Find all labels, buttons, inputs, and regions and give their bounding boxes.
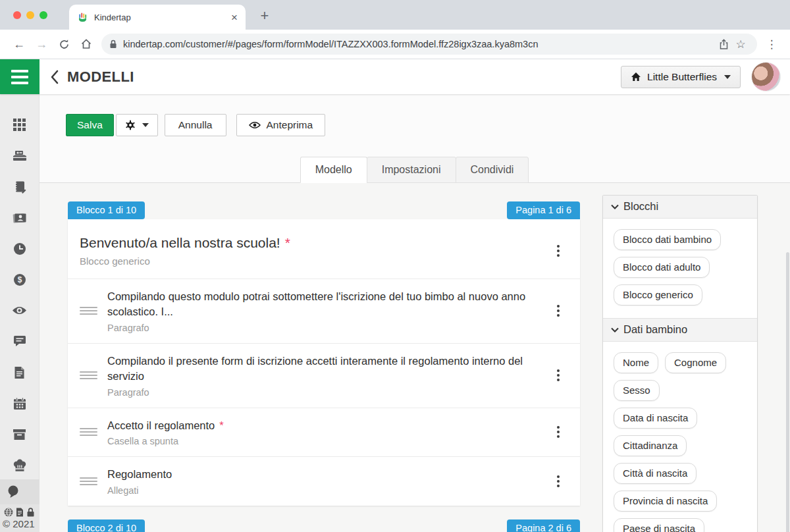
field-text: Compilando questo modulo potrai sottomet… <box>107 289 537 320</box>
tab-title: Kindertap <box>94 13 231 22</box>
field-row[interactable]: Compilando il presente form di iscrizion… <box>68 343 580 408</box>
close-window-button[interactable] <box>13 11 21 19</box>
chevron-down-icon <box>611 327 619 332</box>
browser-toolbar: ← → kindertap.com/customer/#/pages/form/… <box>0 30 790 59</box>
privacy-lock-icon[interactable] <box>26 508 35 517</box>
tab-modello[interactable]: Modello <box>300 157 367 183</box>
block-header[interactable]: Benvenuto/a nella nostra scuola!* Blocco… <box>68 219 580 279</box>
palette-chip[interactable]: Nome <box>614 352 658 373</box>
window-controls[interactable] <box>13 11 47 19</box>
terms-doc-icon[interactable] <box>16 508 24 517</box>
save-options-button[interactable] <box>116 114 158 136</box>
apps-grid-icon[interactable] <box>0 109 40 140</box>
chat-icon[interactable] <box>0 326 40 357</box>
palette-chip[interactable]: Città di nascita <box>614 463 697 484</box>
drag-handle-icon[interactable] <box>80 371 97 379</box>
photos-icon[interactable] <box>0 202 40 233</box>
blocchi-chips: Blocco dati bambino Blocco dati adulto B… <box>603 219 757 318</box>
globe-icon[interactable] <box>4 508 13 517</box>
field-row[interactable]: Regolamento Allegati <box>68 456 580 505</box>
visibility-eye-icon[interactable] <box>0 295 40 326</box>
new-tab-button[interactable]: + <box>255 7 274 25</box>
copyright-text: © 2021 <box>0 518 40 532</box>
app-header: MODELLI Little Butterflies <box>0 59 790 94</box>
required-asterisk: * <box>285 235 290 250</box>
palette-chip[interactable]: Paese di nascita <box>614 518 704 532</box>
form-tabs: Modello Impostazioni Condividi <box>40 156 790 183</box>
section-header-blocchi[interactable]: Blocchi <box>603 196 757 219</box>
share-icon[interactable] <box>715 36 732 53</box>
forward-icon[interactable]: → <box>32 34 51 54</box>
page-number-badge: Pagina 1 di 6 <box>507 201 580 219</box>
palette-chip[interactable]: Blocco dati adulto <box>614 257 710 278</box>
payments-dollar-icon[interactable]: $ <box>0 264 40 295</box>
minimize-window-button[interactable] <box>26 11 34 19</box>
field-menu-icon[interactable] <box>550 369 567 381</box>
support-chat-widget[interactable] <box>0 479 40 504</box>
palette-chip[interactable]: Cognome <box>665 352 726 373</box>
field-menu-icon[interactable] <box>550 475 567 487</box>
field-menu-icon[interactable] <box>550 426 567 438</box>
palette-chip[interactable]: Data di nascita <box>614 408 697 429</box>
browser-menu-icon[interactable]: ⋮ <box>762 38 781 51</box>
tab-close-icon[interactable]: × <box>231 12 238 23</box>
documents-icon[interactable] <box>0 357 40 388</box>
contacts-book-icon[interactable] <box>0 171 40 202</box>
tab-condividi[interactable]: Condividi <box>456 157 529 183</box>
field-row[interactable]: Compilando questo modulo potrai sottomet… <box>68 279 580 343</box>
section-header-dati-bambino[interactable]: Dati bambino <box>603 318 757 342</box>
page-title: MODELLI <box>67 68 134 86</box>
main-content: Salva <box>40 94 790 532</box>
palette-chip[interactable]: Provincia di nascita <box>614 491 717 512</box>
browser-tab-kindertap[interactable]: Kindertap × <box>69 5 246 30</box>
section-title: Dati bambino <box>623 323 687 336</box>
home-filled-icon <box>631 72 641 82</box>
back-icon[interactable]: ← <box>9 34 29 54</box>
drag-handle-icon[interactable] <box>80 477 97 485</box>
zoom-window-button[interactable] <box>40 11 47 19</box>
form-block-2: Blocco 2 di 10 Pagina 2 di 6 <box>68 519 580 532</box>
field-row[interactable]: Accetto il regolamento* Casella a spunta <box>68 408 580 456</box>
tab-impostazioni[interactable]: Impostazioni <box>367 157 456 183</box>
drag-handle-icon[interactable] <box>80 307 97 315</box>
palette-chip[interactable]: Blocco dati bambino <box>614 229 721 250</box>
school-selector-button[interactable]: Little Butterflies <box>621 66 741 88</box>
field-palette-panel: Blocchi Blocco dati bambino Blocco dati … <box>602 195 758 532</box>
palette-chip[interactable]: Cittadinanza <box>614 435 687 456</box>
block-menu-icon[interactable] <box>550 235 567 267</box>
page-number-badge: Pagina 2 di 6 <box>507 519 580 532</box>
speech-bubble-icon <box>7 485 21 499</box>
drag-handle-icon[interactable] <box>80 428 97 436</box>
field-text: Regolamento <box>107 467 537 482</box>
archive-box-icon[interactable] <box>0 419 40 450</box>
chef-hat-icon[interactable] <box>0 450 40 481</box>
preview-button[interactable]: Anteprima <box>236 114 326 136</box>
chevron-down-icon <box>142 123 149 127</box>
clock-icon[interactable] <box>0 233 40 264</box>
address-bar[interactable]: kindertap.com/customer/#/pages/form/form… <box>101 34 757 55</box>
save-button[interactable]: Salva <box>66 114 114 136</box>
page-scrollbar[interactable] <box>786 252 789 532</box>
section-title: Blocchi <box>623 200 658 213</box>
palette-chip[interactable]: Blocco generico <box>614 284 702 306</box>
reload-icon[interactable] <box>54 34 74 54</box>
dati-bambino-chips: Nome Cognome Sesso Data di nascita Citta… <box>603 342 757 532</box>
calendar-icon[interactable] <box>0 388 40 419</box>
home-icon[interactable] <box>76 34 96 54</box>
back-chevron-icon[interactable] <box>50 70 59 84</box>
footer-mini-icons <box>0 504 40 518</box>
main-menu-button[interactable] <box>0 59 40 94</box>
field-menu-icon[interactable] <box>550 305 567 317</box>
svg-text:$: $ <box>17 275 22 284</box>
bookmark-star-icon[interactable]: ☆ <box>732 36 749 53</box>
gear-icon <box>125 120 136 130</box>
cash-register-icon[interactable] <box>0 140 40 171</box>
palette-chip[interactable]: Sesso <box>614 380 660 401</box>
lock-icon <box>109 40 117 49</box>
block-title: Benvenuto/a nella nostra scuola!* <box>80 235 550 251</box>
url-text[interactable]: kindertap.com/customer/#/pages/form/form… <box>123 39 715 49</box>
cancel-button[interactable]: Annulla <box>165 114 226 136</box>
favicon-hand-icon <box>77 12 88 23</box>
avatar[interactable] <box>751 62 781 92</box>
left-sidebar: $ <box>0 94 40 532</box>
